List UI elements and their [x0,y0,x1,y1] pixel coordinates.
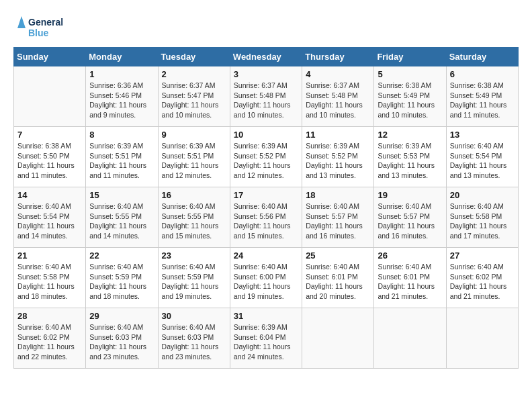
weekday-header-tuesday: Tuesday [158,48,230,66]
weekday-header-monday: Monday [86,48,158,66]
day-number: 31 [234,311,298,321]
day-number: 13 [450,130,515,140]
day-info: Sunrise: 6:40 AMSunset: 6:03 PMDaylight:… [162,322,226,362]
day-number: 17 [234,190,298,200]
weekday-header-thursday: Thursday [302,48,374,66]
day-number: 16 [162,190,226,200]
weekday-header-row: SundayMondayTuesdayWednesdayThursdayFrid… [14,48,519,66]
calendar-week-row: 14Sunrise: 6:40 AMSunset: 5:54 PMDayligh… [14,187,519,248]
day-number: 30 [162,311,226,321]
day-info: Sunrise: 6:40 AMSunset: 5:58 PMDaylight:… [17,262,82,302]
calendar-cell: 16Sunrise: 6:40 AMSunset: 5:55 PMDayligh… [158,187,230,248]
day-number: 18 [306,190,370,200]
calendar-cell: 9Sunrise: 6:39 AMSunset: 5:51 PMDaylight… [158,127,230,187]
day-number: 4 [306,69,370,79]
day-info: Sunrise: 6:40 AMSunset: 6:02 PMDaylight:… [450,262,515,302]
calendar-table: SundayMondayTuesdayWednesdayThursdayFrid… [13,47,519,369]
logo-svg: GeneralBlue [13,13,67,40]
day-info: Sunrise: 6:40 AMSunset: 5:56 PMDaylight:… [234,201,298,241]
day-number: 5 [378,69,442,79]
svg-text:General: General [28,17,63,28]
day-number: 15 [89,190,154,200]
calendar-week-row: 28Sunrise: 6:40 AMSunset: 6:02 PMDayligh… [14,308,519,369]
day-info: Sunrise: 6:39 AMSunset: 5:51 PMDaylight:… [89,141,154,181]
svg-text:Blue: Blue [28,28,49,38]
calendar-cell: 7Sunrise: 6:38 AMSunset: 5:50 PMDaylight… [14,127,86,187]
calendar-cell: 15Sunrise: 6:40 AMSunset: 5:55 PMDayligh… [86,187,158,248]
day-number: 21 [17,250,82,261]
calendar-cell: 18Sunrise: 6:40 AMSunset: 5:57 PMDayligh… [302,187,374,248]
day-number: 9 [162,130,226,140]
day-number: 8 [89,130,154,140]
calendar-cell: 11Sunrise: 6:39 AMSunset: 5:52 PMDayligh… [302,127,374,187]
day-number: 27 [450,250,515,261]
calendar-cell: 17Sunrise: 6:40 AMSunset: 5:56 PMDayligh… [230,187,302,248]
day-number: 14 [17,190,82,200]
day-info: Sunrise: 6:39 AMSunset: 5:53 PMDaylight:… [378,141,442,181]
calendar-cell: 31Sunrise: 6:39 AMSunset: 6:04 PMDayligh… [230,308,302,369]
calendar-cell [14,66,86,127]
day-number: 28 [17,311,82,321]
day-info: Sunrise: 6:40 AMSunset: 5:59 PMDaylight:… [89,262,154,302]
calendar-cell: 24Sunrise: 6:40 AMSunset: 6:00 PMDayligh… [230,248,302,308]
day-number: 6 [450,69,515,79]
day-info: Sunrise: 6:40 AMSunset: 5:54 PMDaylight:… [17,201,82,241]
calendar-cell: 22Sunrise: 6:40 AMSunset: 5:59 PMDayligh… [86,248,158,308]
day-info: Sunrise: 6:39 AMSunset: 6:04 PMDaylight:… [234,322,298,362]
day-number: 3 [234,69,298,79]
day-info: Sunrise: 6:37 AMSunset: 5:48 PMDaylight:… [306,81,370,120]
calendar-cell: 13Sunrise: 6:40 AMSunset: 5:54 PMDayligh… [446,127,518,187]
calendar-cell [374,308,446,369]
calendar-cell [446,308,518,369]
day-number: 11 [306,130,370,140]
day-number: 23 [162,250,226,261]
day-number: 26 [378,250,442,261]
day-info: Sunrise: 6:39 AMSunset: 5:52 PMDaylight:… [234,141,298,181]
calendar-cell: 5Sunrise: 6:38 AMSunset: 5:49 PMDaylight… [374,66,446,127]
day-info: Sunrise: 6:40 AMSunset: 5:54 PMDaylight:… [450,141,515,181]
weekday-header-wednesday: Wednesday [230,48,302,66]
day-number: 7 [17,130,82,140]
day-number: 20 [450,190,515,200]
day-info: Sunrise: 6:40 AMSunset: 5:59 PMDaylight:… [162,262,226,302]
calendar-cell: 4Sunrise: 6:37 AMSunset: 5:48 PMDaylight… [302,66,374,127]
day-info: Sunrise: 6:40 AMSunset: 5:58 PMDaylight:… [450,201,515,241]
calendar-cell: 29Sunrise: 6:40 AMSunset: 6:03 PMDayligh… [86,308,158,369]
day-info: Sunrise: 6:38 AMSunset: 5:49 PMDaylight:… [378,81,442,120]
weekday-header-friday: Friday [374,48,446,66]
day-info: Sunrise: 6:40 AMSunset: 5:55 PMDaylight:… [89,201,154,241]
calendar-cell: 10Sunrise: 6:39 AMSunset: 5:52 PMDayligh… [230,127,302,187]
calendar-cell: 1Sunrise: 6:36 AMSunset: 5:46 PMDaylight… [86,66,158,127]
day-number: 12 [378,130,442,140]
calendar-week-row: 21Sunrise: 6:40 AMSunset: 5:58 PMDayligh… [14,248,519,308]
calendar-cell: 28Sunrise: 6:40 AMSunset: 6:02 PMDayligh… [14,308,86,369]
day-info: Sunrise: 6:40 AMSunset: 5:57 PMDaylight:… [306,201,370,241]
calendar-cell: 2Sunrise: 6:37 AMSunset: 5:47 PMDaylight… [158,66,230,127]
day-info: Sunrise: 6:40 AMSunset: 6:03 PMDaylight:… [89,322,154,362]
day-number: 10 [234,130,298,140]
day-number: 19 [378,190,442,200]
day-info: Sunrise: 6:38 AMSunset: 5:50 PMDaylight:… [17,141,82,181]
calendar-cell: 30Sunrise: 6:40 AMSunset: 6:03 PMDayligh… [158,308,230,369]
calendar-cell: 8Sunrise: 6:39 AMSunset: 5:51 PMDaylight… [86,127,158,187]
day-info: Sunrise: 6:40 AMSunset: 6:01 PMDaylight:… [378,262,442,302]
day-info: Sunrise: 6:40 AMSunset: 6:01 PMDaylight:… [306,262,370,302]
day-number: 29 [89,311,154,321]
day-info: Sunrise: 6:40 AMSunset: 5:57 PMDaylight:… [378,201,442,241]
day-info: Sunrise: 6:40 AMSunset: 6:00 PMDaylight:… [234,262,298,302]
calendar-cell: 19Sunrise: 6:40 AMSunset: 5:57 PMDayligh… [374,187,446,248]
calendar-cell: 14Sunrise: 6:40 AMSunset: 5:54 PMDayligh… [14,187,86,248]
day-info: Sunrise: 6:38 AMSunset: 5:49 PMDaylight:… [450,81,515,120]
day-info: Sunrise: 6:36 AMSunset: 5:46 PMDaylight:… [89,81,154,120]
calendar-week-row: 7Sunrise: 6:38 AMSunset: 5:50 PMDaylight… [14,127,519,187]
day-info: Sunrise: 6:39 AMSunset: 5:52 PMDaylight:… [306,141,370,181]
page-header: GeneralBlue [13,13,519,40]
calendar-cell: 6Sunrise: 6:38 AMSunset: 5:49 PMDaylight… [446,66,518,127]
calendar-cell: 25Sunrise: 6:40 AMSunset: 6:01 PMDayligh… [302,248,374,308]
day-info: Sunrise: 6:37 AMSunset: 5:47 PMDaylight:… [162,81,226,120]
logo: GeneralBlue [13,13,67,40]
day-number: 1 [89,69,154,79]
day-info: Sunrise: 6:37 AMSunset: 5:48 PMDaylight:… [234,81,298,120]
day-number: 24 [234,250,298,261]
day-number: 22 [89,250,154,261]
